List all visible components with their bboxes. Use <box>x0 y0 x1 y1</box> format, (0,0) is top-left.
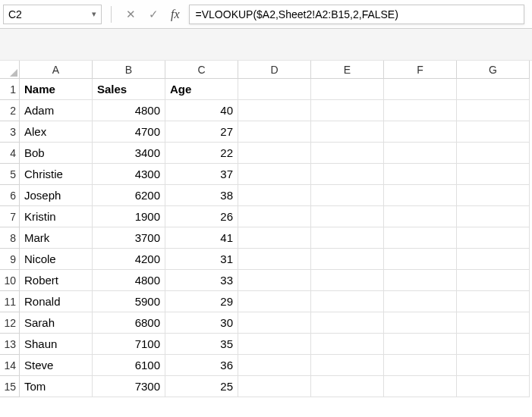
cell-age[interactable]: 29 <box>165 291 238 312</box>
column-header-E[interactable]: E <box>311 61 384 79</box>
cell-sales[interactable]: 6100 <box>93 355 165 376</box>
cell-age[interactable]: 36 <box>165 355 238 376</box>
cell-empty[interactable] <box>238 100 311 121</box>
cell-name[interactable]: Mark <box>20 227 93 249</box>
cell-empty[interactable] <box>457 79 530 100</box>
cell-age[interactable]: 25 <box>165 376 238 397</box>
cell-age[interactable]: 30 <box>165 312 238 334</box>
cell-name[interactable]: Steve <box>20 355 93 376</box>
cell-sales[interactable]: 4800 <box>93 270 165 291</box>
row-header-11[interactable]: 11 <box>0 291 20 312</box>
row-header-3[interactable]: 3 <box>0 121 20 143</box>
cell-empty[interactable] <box>457 334 530 355</box>
cell-name[interactable]: Tom <box>20 376 93 397</box>
row-header-12[interactable]: 12 <box>0 312 20 334</box>
cell-name[interactable]: Sarah <box>20 312 93 334</box>
row-header-10[interactable]: 10 <box>0 270 20 291</box>
cell-name[interactable]: Robert <box>20 270 93 291</box>
cell-empty[interactable] <box>457 121 530 143</box>
cell-empty[interactable] <box>311 143 384 164</box>
column-header-F[interactable]: F <box>384 61 457 79</box>
cell-empty[interactable] <box>384 206 457 227</box>
cell-empty[interactable] <box>238 143 311 164</box>
cell-empty[interactable] <box>311 334 384 355</box>
row-header-6[interactable]: 6 <box>0 185 20 206</box>
column-header-B[interactable]: B <box>93 61 165 79</box>
cell-age[interactable]: 41 <box>165 227 238 249</box>
cell-empty[interactable] <box>457 270 530 291</box>
cell-empty[interactable] <box>457 227 530 249</box>
cell-sales[interactable]: 4300 <box>93 164 165 185</box>
cell-empty[interactable] <box>238 164 311 185</box>
cell-empty[interactable] <box>238 355 311 376</box>
cell-sales[interactable]: 6200 <box>93 185 165 206</box>
cell-sales[interactable]: 4800 <box>93 100 165 121</box>
cell-empty[interactable] <box>311 206 384 227</box>
cell-empty[interactable] <box>457 376 530 397</box>
cell-name[interactable]: Christie <box>20 164 93 185</box>
confirm-formula-button[interactable]: ✓ <box>145 6 162 23</box>
cell-name[interactable]: Adam <box>20 100 93 121</box>
row-header-13[interactable]: 13 <box>0 334 20 355</box>
row-header-15[interactable]: 15 <box>0 376 20 397</box>
cell-empty[interactable] <box>238 121 311 143</box>
cell-empty[interactable] <box>238 227 311 249</box>
cell-empty[interactable] <box>457 249 530 270</box>
cell-sales[interactable]: 3700 <box>93 227 165 249</box>
cell-empty[interactable] <box>384 270 457 291</box>
cell-empty[interactable] <box>457 185 530 206</box>
cell-empty[interactable] <box>457 291 530 312</box>
row-header-7[interactable]: 7 <box>0 206 20 227</box>
cell-age[interactable]: 37 <box>165 164 238 185</box>
cell-empty[interactable] <box>238 79 311 100</box>
cell-sales[interactable]: 6800 <box>93 312 165 334</box>
cell-sales[interactable]: 1900 <box>93 206 165 227</box>
header-cell-sales[interactable]: Sales <box>93 79 165 100</box>
cell-empty[interactable] <box>238 185 311 206</box>
cell-age[interactable]: 31 <box>165 249 238 270</box>
cell-empty[interactable] <box>311 355 384 376</box>
cell-empty[interactable] <box>311 312 384 334</box>
cell-empty[interactable] <box>384 334 457 355</box>
cell-empty[interactable] <box>384 355 457 376</box>
cell-name[interactable]: Shaun <box>20 334 93 355</box>
cell-empty[interactable] <box>384 376 457 397</box>
fx-icon[interactable]: fx <box>168 8 183 21</box>
cell-empty[interactable] <box>238 270 311 291</box>
cell-empty[interactable] <box>457 206 530 227</box>
formula-input[interactable]: =VLOOKUP($A2,Sheet2!A2:B15,2,FALSE) <box>189 5 524 24</box>
cell-name[interactable]: Alex <box>20 121 93 143</box>
cell-empty[interactable] <box>311 79 384 100</box>
cell-name[interactable]: Bob <box>20 143 93 164</box>
cell-empty[interactable] <box>311 185 384 206</box>
cell-empty[interactable] <box>384 291 457 312</box>
cell-empty[interactable] <box>238 206 311 227</box>
row-header-8[interactable]: 8 <box>0 227 20 249</box>
cell-age[interactable]: 33 <box>165 270 238 291</box>
cell-empty[interactable] <box>311 100 384 121</box>
cell-empty[interactable] <box>384 249 457 270</box>
cell-empty[interactable] <box>238 334 311 355</box>
cell-sales[interactable]: 3400 <box>93 143 165 164</box>
column-header-A[interactable]: A <box>20 61 93 79</box>
cell-empty[interactable] <box>311 249 384 270</box>
cell-empty[interactable] <box>238 249 311 270</box>
cell-name[interactable]: Joseph <box>20 185 93 206</box>
header-cell-age[interactable]: Age <box>165 79 238 100</box>
cancel-formula-button[interactable]: ✕ <box>122 6 139 23</box>
cell-empty[interactable] <box>457 312 530 334</box>
cell-name[interactable]: Ronald <box>20 291 93 312</box>
row-header-1[interactable]: 1 <box>0 79 20 100</box>
column-header-D[interactable]: D <box>238 61 311 79</box>
cell-sales[interactable]: 4700 <box>93 121 165 143</box>
cell-empty[interactable] <box>311 121 384 143</box>
chevron-down-icon[interactable]: ▾ <box>92 9 96 19</box>
cell-empty[interactable] <box>311 227 384 249</box>
cell-empty[interactable] <box>457 355 530 376</box>
cell-age[interactable]: 40 <box>165 100 238 121</box>
cell-name[interactable]: Nicole <box>20 249 93 270</box>
column-header-C[interactable]: C <box>165 61 238 79</box>
cell-sales[interactable]: 7100 <box>93 334 165 355</box>
column-header-G[interactable]: G <box>457 61 530 79</box>
row-header-5[interactable]: 5 <box>0 164 20 185</box>
